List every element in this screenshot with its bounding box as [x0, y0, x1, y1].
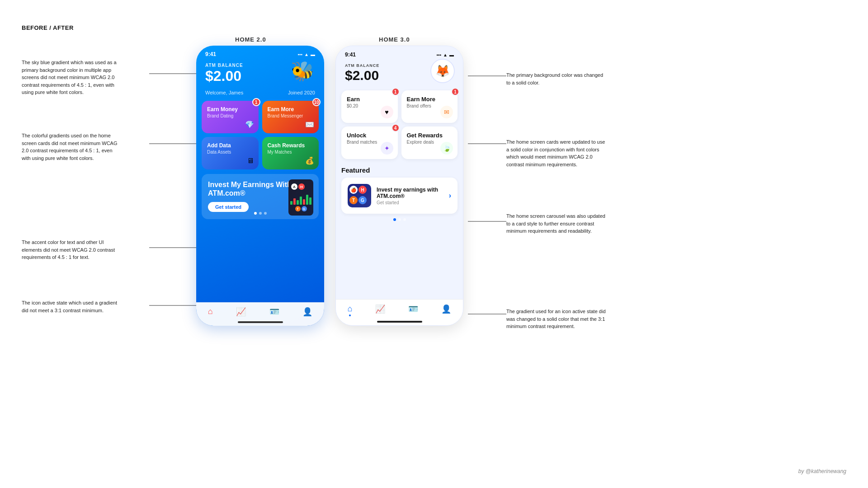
invest-banner-2: Invest My Earnings With ATM.com® Get sta…	[202, 174, 319, 219]
card-unlock-title: Unlock	[347, 132, 392, 139]
earn-money-icon: 💎	[245, 120, 254, 129]
card-unlock[interactable]: 4 Unlock Brand matches ✦	[341, 127, 398, 159]
card-earn-title: Earn	[347, 96, 392, 103]
card-nav-icon-3[interactable]: 🪪	[408, 304, 418, 316]
mascot-circle: 🦊	[430, 59, 455, 83]
badge-unlock: 4	[392, 124, 400, 132]
card-earn-more[interactable]: 10 Earn More Brand Messenger ✉️	[262, 101, 319, 133]
dot3-2	[398, 218, 401, 221]
card-nav-icon[interactable]: 🪪	[269, 307, 279, 317]
mascot-3: 🦊	[430, 59, 456, 84]
dot3-1	[393, 218, 396, 221]
home2-label: HOME 2.0	[235, 36, 266, 43]
featured-card[interactable]: 🍎 H T G Invest my earnings with ATM.com®…	[341, 178, 458, 214]
badge-earn: 1	[392, 88, 400, 96]
brand-apple: 🍎	[349, 186, 358, 194]
card-earn[interactable]: 1 Earn $0.20 ♥	[341, 90, 398, 123]
featured-chevron: ›	[449, 192, 451, 200]
wifi-icon-3: ▲	[443, 52, 448, 57]
feat-sub: Get started	[377, 200, 451, 205]
invest-btn-2[interactable]: Get started	[208, 202, 249, 212]
annotation-2: The colorful gradients used on the home …	[22, 132, 118, 162]
dot-3	[264, 212, 267, 215]
card-add-data-sub: Data Assets	[207, 150, 253, 155]
cash-rewards-icon: 💰	[305, 156, 314, 165]
battery-icon-3: ▬	[449, 52, 454, 57]
home-nav-icon[interactable]: ⌂	[208, 307, 213, 317]
wifi-icon: ▲	[304, 52, 309, 57]
phone-home3: 9:41 ▪▪▪ ▲ ▬ ATM BALANCE $2.00 🦊 1 Earn …	[335, 46, 463, 326]
home-indicator-2	[238, 321, 283, 323]
card-earn-money[interactable]: 1 Earn Money Brand Dating 💎	[202, 101, 259, 133]
signal-icon: ▪▪▪	[297, 52, 302, 57]
card-earn-more-sub: Brand Messenger	[268, 113, 314, 118]
card-get-rewards-title: Get Rewards	[407, 132, 453, 139]
earn-more-icon: ✉️	[305, 120, 314, 129]
card-add-data[interactable]: Add Data Data Assets 🖥	[202, 137, 259, 169]
time-3: 9:41	[345, 52, 356, 58]
home-nav-icon-3[interactable]: ⌂	[348, 304, 353, 314]
r-annotation-4: The gradient used for an icon active sta…	[506, 308, 606, 330]
badge-earn-money: 1	[252, 98, 260, 106]
r-annotation-1: The primary background color was changed…	[506, 71, 603, 86]
r-annotation-2: The home screen cards were updated to us…	[506, 138, 605, 168]
cards-grid-2: 1 Earn Money Brand Dating 💎 10 Earn More…	[196, 101, 324, 169]
home3-label: HOME 3.0	[379, 36, 410, 43]
user-nav-icon-3[interactable]: 👤	[441, 304, 451, 316]
signal-icon-3: ▪▪▪	[436, 52, 441, 57]
dot-2	[259, 212, 262, 215]
card-earn-more-title-3: Earn More	[407, 96, 453, 103]
card-add-data-title: Add Data	[207, 142, 253, 149]
invest-phone-visual: A H T G	[288, 179, 313, 216]
add-data-icon: 🖥	[247, 157, 254, 165]
page-title: BEFORE / AFTER	[22, 24, 74, 31]
featured-thumb: 🍎 H T G	[348, 184, 371, 207]
home-indicator-3	[377, 321, 422, 323]
featured-section: Featured 🍎 H T G Invest my earnings with…	[336, 163, 463, 225]
card-cash-rewards-sub: My Matches	[268, 150, 314, 155]
card-cash-rewards[interactable]: Cash Rewards My Matches 💰	[262, 137, 319, 169]
card-get-rewards[interactable]: Get Rewards Explore deals 🍃	[401, 127, 458, 159]
get-rewards-icon: 🍃	[440, 142, 453, 155]
r-annotation-3: The home screen carousel was also update…	[506, 212, 605, 235]
status-bar-3: 9:41 ▪▪▪ ▲ ▬	[336, 46, 463, 60]
badge-earn-more: 10	[312, 98, 321, 106]
bee-mascot: 🐝	[288, 58, 317, 87]
chart-nav-icon[interactable]: 📈	[236, 307, 246, 317]
chart-nav-icon-3[interactable]: 📈	[375, 304, 385, 316]
phone-home2: 9:41 ▪▪▪ ▲ ▬ ATM BALANCE $2.00 🐝 Welcome…	[196, 46, 324, 326]
dot-1	[254, 212, 257, 215]
attribution: by @katherinewang	[798, 468, 846, 474]
battery-icon: ▬	[311, 52, 315, 57]
card-earn-money-title: Earn Money	[207, 106, 253, 113]
welcome-text: Welcome, James	[205, 90, 243, 95]
dot3-3	[403, 218, 406, 221]
card-earn-more-3[interactable]: 1 Earn More Brand offers ✉	[401, 90, 458, 123]
featured-title: Featured	[341, 166, 458, 174]
status-icons-2: ▪▪▪ ▲ ▬	[297, 52, 315, 57]
card-cash-rewards-title: Cash Rewards	[268, 142, 314, 149]
brand-t: T	[349, 196, 358, 204]
annotation-3: The accent color for text and other UI e…	[22, 239, 115, 261]
brand-h: H	[359, 186, 367, 194]
brand-g: G	[359, 196, 367, 204]
earn-icon: ♥	[381, 106, 393, 118]
annotation-1: The sky blue gradient which was used as …	[22, 59, 117, 96]
status-bar-2: 9:41 ▪▪▪ ▲ ▬	[196, 46, 324, 59]
badge-earn-more-3: 1	[451, 88, 459, 96]
cards-grid-3: 1 Earn $0.20 ♥ 1 Earn More Brand offers …	[336, 87, 463, 163]
earn-more-icon-3: ✉	[440, 106, 453, 118]
user-nav-icon[interactable]: 👤	[302, 307, 312, 317]
joined-text: Joined 2020	[288, 90, 315, 95]
status-icons-3: ▪▪▪ ▲ ▬	[436, 52, 454, 57]
card-earn-more-title: Earn More	[268, 106, 314, 113]
card-earn-money-sub: Brand Dating	[207, 113, 253, 118]
feat-title: Invest my earnings with ATM.com®	[377, 187, 451, 199]
unlock-icon: ✦	[381, 142, 393, 155]
time-2: 9:41	[205, 51, 216, 57]
annotation-4: The icon active state which used a gradi…	[22, 299, 117, 314]
